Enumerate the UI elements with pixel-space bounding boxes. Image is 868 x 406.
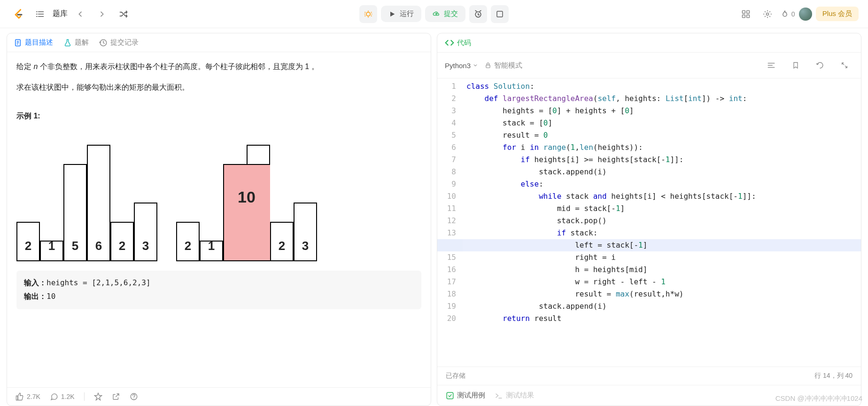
grid-icon: [741, 9, 751, 19]
play-icon: [388, 10, 396, 18]
comment-count: 1.2K: [61, 393, 75, 400]
bookmark-button[interactable]: [787, 56, 805, 74]
code-content[interactable]: class Solution: def largestRectangleArea…: [463, 78, 861, 367]
like-count: 2.7K: [27, 393, 40, 400]
apps-button[interactable]: [737, 5, 755, 23]
bookmark-icon: [792, 61, 799, 70]
bar: 2: [176, 222, 200, 260]
problem-para-2: 求在该柱状图中，能够勾勒出来的矩形的最大面积。: [16, 80, 421, 94]
leetcode-logo-icon: [12, 8, 25, 21]
svg-rect-4: [747, 10, 750, 13]
history-icon: [99, 39, 108, 47]
next-problem-button[interactable]: [93, 5, 111, 23]
help-button[interactable]: [130, 392, 138, 401]
bar: 2: [270, 222, 294, 260]
svg-rect-6: [747, 15, 750, 17]
code-editor[interactable]: 1234567891011121314151617181920 class So…: [437, 78, 861, 367]
cloud-upload-icon: [433, 10, 440, 18]
external-link-icon: [112, 392, 120, 401]
notes-button[interactable]: [491, 5, 509, 23]
tab-test-cases[interactable]: 测试用例: [446, 391, 485, 400]
code-toolbar: Python3 智能模式: [437, 53, 861, 78]
document-icon: [14, 39, 22, 47]
favorite-button[interactable]: [94, 392, 102, 401]
language-select[interactable]: Python3: [445, 62, 478, 70]
tab-solution-label: 题解: [75, 38, 89, 47]
comment-button[interactable]: 1.2K: [50, 392, 75, 401]
problem-list-label[interactable]: 题库: [53, 9, 68, 19]
chevron-right-icon: [98, 10, 106, 18]
timer-button[interactable]: [469, 5, 487, 23]
shuffle-button[interactable]: [115, 5, 132, 23]
svg-rect-10: [486, 65, 490, 68]
check-square-icon: [446, 391, 454, 400]
submit-button[interactable]: 提交: [425, 6, 465, 22]
bar: 2: [110, 222, 134, 260]
user-avatar[interactable]: [799, 8, 812, 21]
streak-counter[interactable]: 0: [780, 9, 795, 19]
bar: 3: [134, 203, 157, 260]
output-label: 输出：: [24, 292, 46, 300]
svg-point-7: [766, 13, 768, 15]
run-button[interactable]: 运行: [381, 6, 421, 22]
divider: [84, 392, 85, 401]
settings-button[interactable]: [759, 5, 776, 23]
submit-label: 提交: [444, 9, 458, 18]
bar: 2: [16, 222, 40, 260]
bar: 1: [40, 241, 63, 260]
fullscreen-button[interactable]: [836, 56, 853, 74]
tab-submissions-label: 提交记录: [110, 38, 139, 47]
prev-problem-button[interactable]: [71, 5, 89, 23]
logo[interactable]: [9, 5, 27, 23]
cursor-position: 行 14，列 40: [814, 372, 852, 380]
chevron-down-icon: [473, 62, 478, 68]
problem-list-toggle[interactable]: [31, 5, 49, 23]
tab-submissions[interactable]: 提交记录: [99, 38, 139, 47]
list-icon: [35, 9, 45, 19]
tab-description[interactable]: 题目描述: [14, 38, 53, 47]
bar: 6: [87, 145, 110, 260]
top-bar: 题库 运行 提交 0 Plus 会员: [0, 0, 868, 28]
code-panel: 代码 Python3 智能模式 123456789101112131415161…: [437, 33, 861, 406]
note-icon: [496, 10, 504, 18]
star-icon: [94, 392, 102, 401]
tab-description-label: 题目描述: [25, 38, 53, 47]
svg-rect-3: [742, 10, 745, 13]
flask-icon: [63, 39, 72, 47]
like-button[interactable]: 2.7K: [16, 392, 40, 401]
plus-badge[interactable]: Plus 会员: [816, 7, 859, 21]
share-button[interactable]: [112, 392, 120, 401]
run-label: 运行: [400, 9, 414, 18]
example-figure: 2 1 5 6 2 3 2 1 10: [16, 130, 421, 261]
watermark: CSDN @冲冲冲冲冲冲1024: [775, 394, 862, 403]
svg-point-0: [366, 12, 370, 16]
description-body: 给定 n 个非负整数，用来表示柱状图中各个柱子的高度。每个柱子彼此相邻，且宽度为…: [7, 52, 431, 387]
mode-label: 智能模式: [494, 61, 522, 70]
lock-icon: [485, 62, 491, 69]
histogram-left: 2 1 5 6 2 3: [16, 130, 157, 261]
code-tab[interactable]: 代码: [445, 38, 471, 47]
gear-icon: [763, 9, 772, 19]
format-button[interactable]: [762, 56, 780, 74]
bug-icon: [364, 9, 373, 19]
bar: 1: [200, 241, 223, 260]
main-split: 题目描述 题解 提交记录 给定 n 个非负整数，用来表示柱状图中各个柱子的高度。…: [0, 28, 868, 406]
code-header: 代码: [437, 33, 861, 53]
smart-mode[interactable]: 智能模式: [485, 61, 522, 70]
fire-icon: [780, 9, 790, 19]
tab-test-results[interactable]: 测试结果: [495, 391, 534, 400]
problem-para-1: 给定 n 个非负整数，用来表示柱状图中各个柱子的高度。每个柱子彼此相邻，且宽度为…: [16, 60, 421, 74]
expand-icon: [841, 62, 848, 69]
code-tab-label: 代码: [457, 39, 471, 47]
test-cases-label: 测试用例: [457, 391, 485, 400]
tab-solution[interactable]: 题解: [63, 38, 89, 47]
example-io: 输入：heights = [2,1,5,6,2,3] 输出：10: [16, 271, 421, 309]
reset-button[interactable]: [811, 56, 829, 74]
code-footer: 已存储 行 14，列 40: [437, 367, 861, 385]
line-gutter: 1234567891011121314151617181920: [437, 78, 463, 367]
bar-highlight: [223, 164, 247, 260]
input-value: heights = [2,1,5,6,2,3]: [46, 278, 151, 287]
debug-button[interactable]: [359, 5, 377, 23]
undo-icon: [816, 61, 824, 70]
lines-icon: [767, 61, 775, 70]
